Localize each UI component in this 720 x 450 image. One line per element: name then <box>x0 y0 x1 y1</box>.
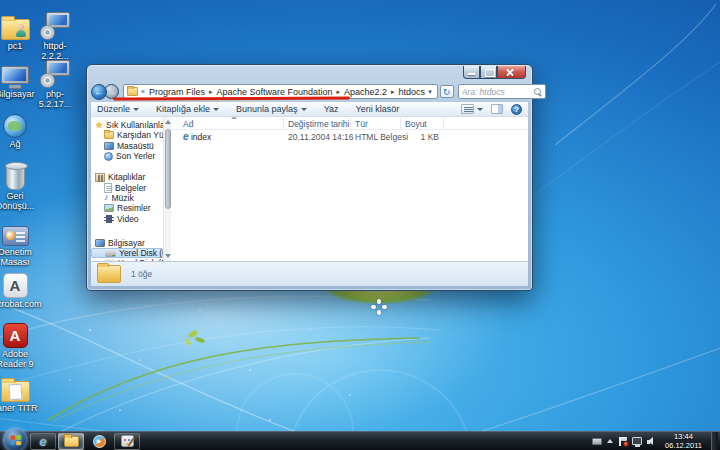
chevron-down-icon <box>477 108 483 111</box>
column-header-type[interactable]: Tür <box>355 119 368 129</box>
sidebar-item-desktop[interactable]: Masaüstü <box>91 141 163 151</box>
navigation-scrollbar[interactable] <box>163 117 171 261</box>
explorer-window: ← → « Program Files ▸ Apache Software Fo… <box>86 64 533 291</box>
caption-buttons <box>463 66 526 79</box>
breadcrumb-separator: ▸ <box>337 88 341 96</box>
command-toolbar: Düzenle Kitaplığa ekle Bununla paylaş Ya… <box>91 102 528 117</box>
folder-icon <box>97 265 121 283</box>
column-header-size[interactable]: Boyut <box>405 119 427 129</box>
sidebar-item-downloads[interactable]: Karşıdan Yüklem <box>91 130 163 140</box>
sidebar-item-video[interactable]: Video <box>91 213 163 223</box>
downloads-icon <box>104 131 114 139</box>
minimize-button[interactable] <box>463 66 480 79</box>
close-button[interactable] <box>497 66 526 79</box>
desktop-icon-taner-folder[interactable]: Taner TITR <box>0 370 39 414</box>
adobe-reader-icon: A <box>0 316 39 348</box>
breadcrumb-program-files[interactable]: Program Files <box>149 87 205 97</box>
desktop-icon-php-installer[interactable]: php-5.2.17... <box>31 56 79 110</box>
computer-icon <box>95 239 105 247</box>
desktop-icon-httpd-installer[interactable]: httpd-2.2.2... <box>31 8 79 62</box>
taskbar-explorer-button[interactable] <box>58 433 84 450</box>
window-content: ★Sık Kullanılanlar Karşıdan Yüklem Masaü… <box>91 117 528 261</box>
toolbar-duzenle[interactable]: Düzenle <box>97 104 139 114</box>
video-icon <box>104 215 114 223</box>
recycle-bin-icon <box>0 158 39 190</box>
music-icon: ♪ <box>104 193 109 202</box>
sidebar-item-documents[interactable]: Belgeler <box>91 182 163 192</box>
sort-indicator-icon <box>231 117 237 119</box>
sidebar-item-music[interactable]: ♪Müzik <box>91 193 163 203</box>
breadcrumb: « Program Files ▸ Apache Software Founda… <box>141 87 425 97</box>
file-name: index <box>191 132 211 142</box>
maximize-button[interactable] <box>480 66 497 79</box>
breadcrumb-prefix: « <box>141 88 145 95</box>
explorer-folder-icon <box>64 436 79 447</box>
column-headers: Ad Değiştirme tarihi Tür Boyut <box>171 117 528 130</box>
sidebar-item-recent-places[interactable]: Son Yerler <box>91 151 163 161</box>
toolbar-kitapliga-ekle[interactable]: Kitaplığa ekle <box>156 104 219 114</box>
breadcrumb-apache-software-foundation[interactable]: Apache Software Foundation <box>216 87 332 97</box>
search-placeholder: Ara: htdocs <box>462 87 534 97</box>
views-icon <box>461 104 474 114</box>
folder-icon <box>0 370 39 402</box>
breadcrumb-apache22[interactable]: Apache2.2 <box>344 87 387 97</box>
preview-pane-button[interactable] <box>491 104 503 114</box>
breadcrumb-htdocs[interactable]: htdocs <box>399 87 426 97</box>
taskbar: e ▶ 13:44 06.12.2011 <box>0 431 720 450</box>
breadcrumb-separator: ▸ <box>391 88 395 96</box>
taskbar-paint-button[interactable] <box>114 433 140 450</box>
taskbar-media-player-button[interactable]: ▶ <box>86 433 112 450</box>
refresh-button[interactable]: ↻ <box>440 85 454 98</box>
network-tray-icon[interactable] <box>632 437 642 445</box>
sidebar-item-favorites[interactable]: ★Sık Kullanılanlar <box>91 120 163 130</box>
star-icon: ★ <box>95 121 103 130</box>
help-button[interactable]: ? <box>511 104 522 115</box>
clock-time: 13:44 <box>665 432 702 441</box>
chevron-down-icon <box>133 108 139 111</box>
media-player-icon: ▶ <box>93 435 106 448</box>
sidebar-item-pictures[interactable]: Resimler <box>91 203 163 213</box>
taskbar-clock[interactable]: 13:44 06.12.2011 <box>661 432 706 450</box>
column-header-modified[interactable]: Değiştirme tarihi <box>288 119 349 129</box>
volume-icon[interactable] <box>647 437 656 446</box>
toolbar-bununla-paylas[interactable]: Bununla paylaş <box>236 104 307 114</box>
desktop-icon-control-panel[interactable]: Denetim Masası <box>0 214 39 268</box>
control-panel-icon <box>0 214 39 246</box>
action-center-flag-icon[interactable] <box>618 437 627 446</box>
libraries-icon <box>95 173 105 182</box>
sidebar-item-computer[interactable]: Bilgisayar <box>91 238 163 248</box>
tray-device-icon[interactable] <box>592 438 602 445</box>
hidden-icons-chevron-icon[interactable] <box>607 439 613 443</box>
desktop-icon-adobe-reader[interactable]: A Adobe Reader 9 <box>0 316 39 370</box>
paint-icon <box>121 435 134 447</box>
back-button[interactable]: ← <box>91 84 107 100</box>
file-size: 1 KB <box>405 132 439 142</box>
toolbar-yeni-klasor[interactable]: Yeni klasör <box>355 104 399 114</box>
taskbar-ie-button[interactable]: e <box>30 433 56 450</box>
acrobat-icon: A <box>0 266 39 298</box>
html-file-icon: e <box>183 131 189 142</box>
installer-icon <box>31 56 79 88</box>
start-button[interactable] <box>3 428 27 450</box>
views-button[interactable] <box>461 104 483 114</box>
network-icon <box>0 106 39 138</box>
alert-badge <box>623 441 629 447</box>
address-dropdown-icon[interactable]: ▾ <box>425 88 435 96</box>
show-desktop-button[interactable] <box>711 432 718 450</box>
recent-places-icon <box>104 152 113 161</box>
desktop-icon-acrobat-com[interactable]: A Acrobat.com <box>0 266 39 310</box>
sidebar-item-local-disk-c[interactable]: Yerel Disk (C:) <box>91 248 163 258</box>
sidebar-item-libraries[interactable]: Kitaplıklar <box>91 172 163 182</box>
column-header-name[interactable]: Ad <box>183 119 193 129</box>
folder-icon <box>127 87 138 96</box>
desktop-icon-network[interactable]: Ağ <box>0 106 39 150</box>
search-box[interactable]: Ara: htdocs <box>458 84 546 99</box>
desktop-icon-recycle-bin[interactable]: Geri Dönüşü... <box>0 158 39 212</box>
installer-icon <box>31 8 79 40</box>
chevron-down-icon <box>301 108 307 111</box>
file-list: Ad Değiştirme tarihi Tür Boyut e index 2… <box>171 117 528 261</box>
toolbar-yaz[interactable]: Yaz <box>324 104 339 114</box>
file-row-index[interactable]: e index 20.11.2004 14:16 HTML Belgesi 1 … <box>171 131 528 143</box>
disk-icon <box>105 249 116 257</box>
internet-explorer-icon: e <box>39 435 46 448</box>
